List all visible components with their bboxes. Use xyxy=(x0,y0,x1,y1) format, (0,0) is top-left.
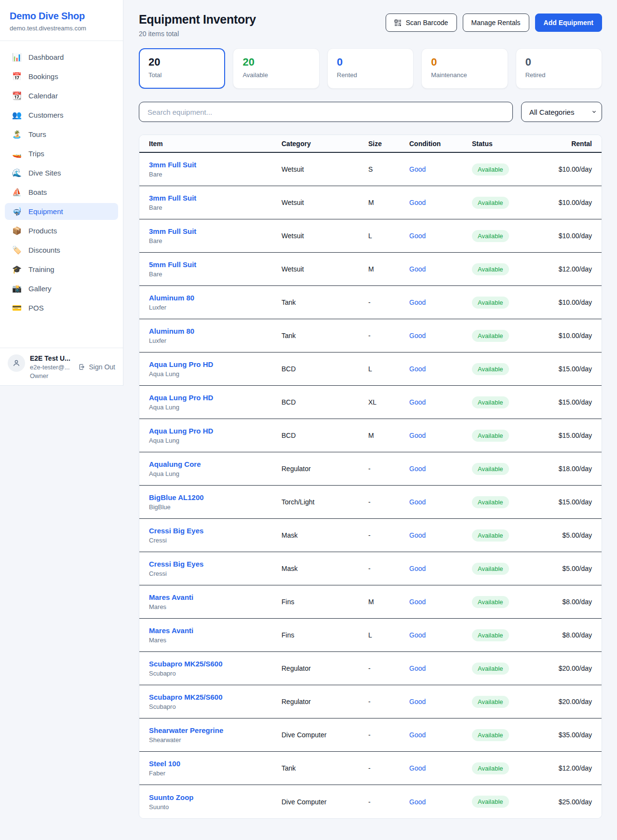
sidebar-item-boats[interactable]: ⛵ Boats xyxy=(5,184,118,201)
condition-link[interactable]: Good xyxy=(409,731,472,739)
sidebar-item-trips[interactable]: 🚤 Trips xyxy=(5,145,118,162)
sidebar-item-dive-sites[interactable]: 🌊 Dive Sites xyxy=(5,164,118,181)
condition-link[interactable]: Good xyxy=(409,764,472,772)
sidebar-item-label: Trips xyxy=(28,149,44,158)
condition-link[interactable]: Good xyxy=(409,798,472,806)
condition-link[interactable]: Good xyxy=(409,332,472,339)
stat-card-available[interactable]: 20 Available xyxy=(233,48,319,89)
brand-name: Demo Dive Shop xyxy=(10,11,113,22)
stat-card-retired[interactable]: 0 Retired xyxy=(516,48,602,89)
item-name-link[interactable]: Suunto Zoop xyxy=(149,793,282,801)
sidebar-item-label: Products xyxy=(28,227,57,235)
item-cell: Aluminum 80 Luxfer xyxy=(149,294,282,311)
user-email: e2e-tester@... xyxy=(30,364,73,371)
sidebar-item-gallery[interactable]: 📸 Gallery xyxy=(5,280,118,297)
item-name-link[interactable]: Mares Avanti xyxy=(149,626,282,635)
item-name-link[interactable]: Shearwater Peregrine xyxy=(149,726,282,734)
sidebar-item-discounts[interactable]: 🏷️ Discounts xyxy=(5,242,118,258)
table-row: 5mm Full Suit Bare Wetsuit M Good Availa… xyxy=(139,253,602,286)
status-badge: Available xyxy=(472,796,509,808)
category-cell: Regulator xyxy=(282,698,368,705)
sidebar-item-label: Gallery xyxy=(28,285,52,293)
category-select[interactable]: All Categories xyxy=(521,102,602,122)
item-name-link[interactable]: Mares Avanti xyxy=(149,593,282,601)
stat-card-total[interactable]: 20 Total xyxy=(139,48,225,89)
sidebar-item-customers[interactable]: 👥 Customers xyxy=(5,107,118,123)
rental-cell: $10.00/day xyxy=(556,199,592,206)
manage-rentals-button[interactable]: Manage Rentals xyxy=(463,14,529,32)
condition-link[interactable]: Good xyxy=(409,465,472,473)
category-cell: Tank xyxy=(282,332,368,339)
sidebar-item-calendar[interactable]: 📆 Calendar xyxy=(5,87,118,104)
status-cell: Available xyxy=(472,163,556,176)
item-name-link[interactable]: BigBlue AL1200 xyxy=(149,493,282,501)
item-name-link[interactable]: Aqua Lung Pro HD xyxy=(149,360,282,368)
condition-link[interactable]: Good xyxy=(409,565,472,572)
stats-row: 20 Total 20 Available 0 Rented 0 Mainten… xyxy=(139,48,602,89)
add-equipment-label: Add Equipment xyxy=(544,19,593,27)
sidebar-item-products[interactable]: 📦 Products xyxy=(5,222,118,239)
status-cell: Available xyxy=(472,529,556,542)
scan-barcode-button[interactable]: Scan Barcode xyxy=(386,14,457,32)
condition-link[interactable]: Good xyxy=(409,398,472,406)
item-name-link[interactable]: Aqualung Core xyxy=(149,460,282,468)
condition-link[interactable]: Good xyxy=(409,265,472,273)
item-name-link[interactable]: Scubapro MK25/S600 xyxy=(149,660,282,668)
condition-link[interactable]: Good xyxy=(409,365,472,373)
stat-card-rented[interactable]: 0 Rented xyxy=(327,48,414,89)
condition-link[interactable]: Good xyxy=(409,498,472,506)
status-badge: Available xyxy=(472,762,509,774)
item-name-link[interactable]: Cressi Big Eyes xyxy=(149,527,282,535)
condition-link[interactable]: Good xyxy=(409,531,472,539)
condition-link[interactable]: Good xyxy=(409,631,472,639)
status-cell: Available xyxy=(472,629,556,641)
item-brand: Scubapro xyxy=(149,703,282,710)
sidebar-item-pos[interactable]: 💳 POS xyxy=(5,299,118,316)
sidebar-item-training[interactable]: 🎓 Training xyxy=(5,261,118,278)
item-cell: Aqualung Core Aqua Lung xyxy=(149,460,282,477)
condition-link[interactable]: Good xyxy=(409,598,472,606)
item-name-link[interactable]: Cressi Big Eyes xyxy=(149,560,282,568)
item-name-link[interactable]: Aqua Lung Pro HD xyxy=(149,427,282,435)
stat-label: Maintenance xyxy=(431,71,498,79)
item-name-link[interactable]: Aluminum 80 xyxy=(149,294,282,302)
size-cell: M xyxy=(368,432,409,439)
add-equipment-button[interactable]: Add Equipment xyxy=(535,14,602,32)
sidebar-item-equipment[interactable]: 🤿 Equipment xyxy=(5,203,118,220)
search-input[interactable] xyxy=(139,102,513,122)
condition-link[interactable]: Good xyxy=(409,199,472,206)
sidebar-item-bookings[interactable]: 📅 Bookings xyxy=(5,68,118,85)
table-row: Cressi Big Eyes Cressi Mask - Good Avail… xyxy=(139,552,602,585)
items-count: 20 items total xyxy=(139,30,256,38)
rental-cell: $10.00/day xyxy=(556,232,592,240)
condition-link[interactable]: Good xyxy=(409,432,472,439)
rental-cell: $5.00/day xyxy=(556,531,592,539)
item-brand: Suunto xyxy=(149,803,282,811)
condition-link[interactable]: Good xyxy=(409,664,472,672)
category-cell: Mask xyxy=(282,531,368,539)
item-name-link[interactable]: Steel 100 xyxy=(149,759,282,768)
condition-link[interactable]: Good xyxy=(409,298,472,306)
stat-card-maintenance[interactable]: 0 Maintenance xyxy=(421,48,508,89)
stat-value: 20 xyxy=(242,56,309,68)
sidebar-item-tours[interactable]: 🏝️ Tours xyxy=(5,126,118,143)
condition-link[interactable]: Good xyxy=(409,232,472,240)
item-cell: 5mm Full Suit Bare xyxy=(149,260,282,278)
sign-out-button[interactable]: Sign Out xyxy=(78,363,115,371)
item-name-link[interactable]: 3mm Full Suit xyxy=(149,161,282,169)
item-name-link[interactable]: 3mm Full Suit xyxy=(149,227,282,235)
rental-cell: $20.00/day xyxy=(556,698,592,705)
package-icon: 📦 xyxy=(12,227,22,235)
item-name-link[interactable]: 5mm Full Suit xyxy=(149,260,282,269)
condition-link[interactable]: Good xyxy=(409,698,472,705)
status-badge: Available xyxy=(472,396,509,408)
item-name-link[interactable]: Aqua Lung Pro HD xyxy=(149,393,282,402)
condition-link[interactable]: Good xyxy=(409,165,472,173)
sidebar-item-dashboard[interactable]: 📊 Dashboard xyxy=(5,49,118,66)
item-name-link[interactable]: Aluminum 80 xyxy=(149,327,282,335)
item-name-link[interactable]: Scubapro MK25/S600 xyxy=(149,693,282,701)
sidebar: Demo Dive Shop demo.test.divestreams.com… xyxy=(0,0,123,386)
header-actions: Scan Barcode Manage Rentals Add Equipmen… xyxy=(386,14,602,32)
size-cell: - xyxy=(368,565,409,572)
item-name-link[interactable]: 3mm Full Suit xyxy=(149,194,282,202)
